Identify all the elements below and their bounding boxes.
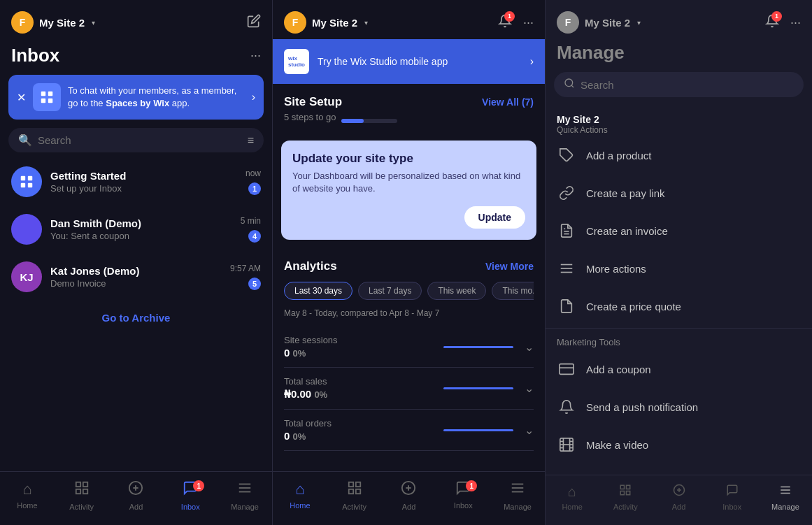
list-item[interactable]: Getting Started Set up your Inbox now 1: [0, 158, 272, 206]
update-card-desc: Your Dashboard will be personalized base…: [292, 170, 525, 195]
nav-item-home[interactable]: ⌂ Home: [0, 477, 55, 514]
site-setup-section: Site Setup View All (7) 5 steps to go: [273, 84, 545, 141]
manage-item-more-actions[interactable]: More actions: [546, 250, 812, 287]
manage-item-label: Make a video: [586, 439, 648, 451]
manage-item-make-video[interactable]: Make a video: [546, 426, 812, 463]
nav-label: Inbox: [454, 501, 473, 510]
more-options-button[interactable]: ···: [790, 15, 801, 30]
compose-button[interactable]: [247, 14, 261, 31]
nav-item-add[interactable]: Add: [382, 477, 436, 514]
bell-wrap: 1: [498, 14, 512, 31]
conversation-list: Getting Started Set up your Inbox now 1 …: [0, 155, 272, 471]
conversation-name: Getting Started: [50, 170, 237, 182]
manage-nav-item-manage[interactable]: Manage: [759, 481, 812, 514]
nav-item-home[interactable]: ⌂ Home: [273, 477, 327, 514]
manage-nav-item-inbox[interactable]: Inbox: [706, 481, 759, 514]
site-selector[interactable]: F My Site 2 ▾: [11, 11, 95, 34]
conversation-time: 5 min: [241, 216, 261, 226]
manage-item-create-pay-link[interactable]: Create a pay link: [546, 174, 812, 212]
manage-item-label: Add a product: [586, 150, 651, 161]
expand-icon[interactable]: ⌄: [525, 424, 534, 437]
svg-line-29: [571, 85, 574, 87]
manage-item-add-coupon[interactable]: Add a coupon: [546, 350, 812, 388]
header-actions: 1 ···: [498, 14, 534, 31]
spaces-banner[interactable]: ✕ To chat with your members, as a member…: [8, 75, 264, 120]
list-item[interactable]: KJ Kat Jones (Demo) Demo Invoice 9:57 AM…: [0, 253, 272, 301]
svg-rect-50: [621, 491, 625, 495]
update-button[interactable]: Update: [464, 206, 525, 229]
manage-nav-item-activity[interactable]: Activity: [599, 481, 652, 514]
home-icon: ⌂: [295, 480, 304, 498]
update-site-type-card: Update your site type Your Dashboard wil…: [281, 141, 536, 240]
manage-nav-item-home[interactable]: ⌂ Home: [546, 481, 599, 514]
manage-item-push-notification[interactable]: Send a push notification: [546, 388, 812, 426]
go-to-archive-link[interactable]: Go to Archive: [0, 301, 272, 335]
bell-wrap: 1: [765, 14, 779, 31]
view-more-link[interactable]: View More: [485, 261, 534, 272]
filter-icon[interactable]: ≡: [248, 134, 254, 147]
svg-rect-3: [48, 99, 52, 103]
spaces-icon: [33, 83, 61, 111]
manage-bottom-nav: ⌂ Home Activity Add Inbox Manage: [546, 475, 812, 525]
svg-rect-4: [21, 176, 25, 180]
inbox-search-bar[interactable]: 🔍 ≡: [8, 128, 264, 152]
list-item[interactable]: Dan Smith (Demo) You: Sent a coupon 5 mi…: [0, 206, 272, 253]
wix-studio-banner[interactable]: wixstudio Try the Wix Studio mobile app …: [273, 39, 545, 84]
inbox-icon: [726, 484, 739, 500]
site-avatar: F: [11, 11, 34, 34]
tab-this-month[interactable]: This mo...: [492, 282, 534, 300]
manage-search-bar[interactable]: [554, 72, 804, 97]
search-input[interactable]: [580, 79, 794, 91]
expand-icon[interactable]: ⌄: [525, 340, 534, 354]
manage-item-create-invoice[interactable]: Create an invoice: [546, 212, 812, 250]
search-input[interactable]: [38, 134, 242, 146]
header-actions: 1 ···: [765, 14, 801, 31]
svg-point-28: [565, 79, 573, 87]
nav-item-inbox[interactable]: 1 Inbox: [163, 477, 218, 514]
expand-icon[interactable]: ⌄: [525, 382, 534, 395]
metric-row-orders[interactable]: Total orders 0 0% ⌄: [284, 410, 534, 451]
nav-item-inbox[interactable]: 1 Inbox: [436, 477, 490, 514]
site-section-header: My Site 2 Quick Actions: [546, 108, 812, 136]
bottom-nav: ⌂ Home Activity Add 1 Inbox Ma: [0, 471, 272, 525]
conversation-name: Dan Smith (Demo): [50, 217, 232, 229]
notification-badge: 1: [504, 11, 515, 22]
nav-label: Home: [17, 501, 37, 510]
setup-progress-row: 5 steps to go: [284, 112, 534, 129]
metric-row-sessions[interactable]: Site sessions 0 0% ⌄: [284, 326, 534, 368]
metric-info: Total orders 0 0%: [284, 418, 438, 442]
more-options-button[interactable]: ···: [250, 48, 261, 63]
manage-item-create-price-quote[interactable]: Create a price quote: [546, 287, 812, 325]
inbox-badge: 1: [193, 480, 204, 491]
avatar: KJ: [11, 261, 42, 292]
nav-item-activity[interactable]: Activity: [327, 477, 382, 514]
manage-panel: F My Site 2 ▾ 1 ··· Manage My Site 2: [546, 0, 812, 525]
tab-this-week[interactable]: This week: [427, 282, 486, 300]
manage-nav-item-add[interactable]: Add: [652, 481, 705, 514]
conversation-badge: 5: [248, 278, 261, 290]
nav-item-activity[interactable]: Activity: [55, 477, 109, 514]
notification-icon: [557, 397, 576, 417]
nav-item-manage[interactable]: Manage: [218, 477, 272, 514]
site-selector[interactable]: F My Site 2 ▾: [557, 11, 641, 34]
invoice-icon: [557, 221, 576, 240]
conversation-info: Getting Started Set up your Inbox: [50, 170, 237, 194]
tab-last-7-days[interactable]: Last 7 days: [358, 282, 422, 300]
nav-label: Add: [672, 503, 686, 511]
metric-row-sales[interactable]: Total sales ₦0.00 0% ⌄: [284, 368, 534, 410]
nav-item-manage[interactable]: Manage: [490, 477, 545, 514]
svg-rect-10: [76, 489, 80, 494]
view-all-link[interactable]: View All (7): [482, 96, 534, 108]
manage-item-social-post[interactable]: Create a social post: [546, 463, 812, 475]
nav-item-add[interactable]: Add: [109, 477, 164, 514]
manage-item-add-product[interactable]: Add a product: [546, 136, 812, 174]
tab-last-30-days[interactable]: Last 30 days: [284, 282, 352, 300]
conversation-preview: You: Sent a coupon: [50, 231, 232, 241]
metric-value: ₦0.00 0%: [284, 388, 438, 401]
home-icon: ⌂: [22, 480, 31, 498]
close-icon[interactable]: ✕: [17, 91, 26, 104]
nav-label: Add: [129, 503, 143, 511]
conversation-meta: 9:57 AM 5: [230, 264, 261, 290]
more-options-button[interactable]: ···: [523, 15, 534, 30]
site-selector[interactable]: F My Site 2 ▾: [284, 11, 368, 34]
